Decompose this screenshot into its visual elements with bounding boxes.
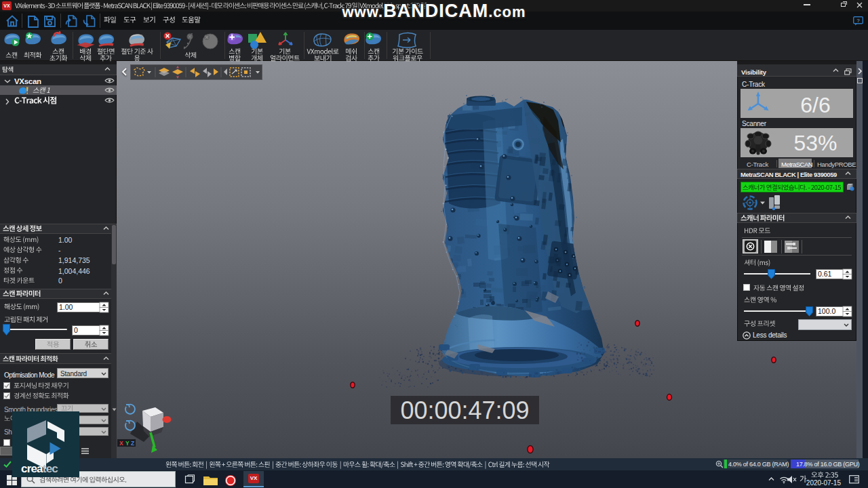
svg-text:?: ?: [856, 18, 860, 24]
svg-text:X: X: [119, 440, 123, 447]
svg-text:Z: Z: [131, 440, 134, 447]
svg-text:Y: Y: [125, 440, 130, 447]
svg-text:createc: createc: [21, 462, 58, 475]
